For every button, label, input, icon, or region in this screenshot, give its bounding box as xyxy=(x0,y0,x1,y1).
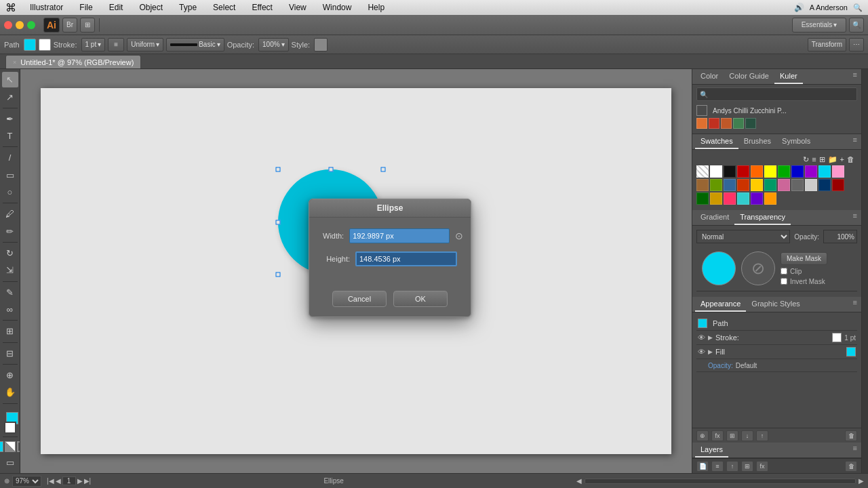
tab-swatches[interactable]: Swatches xyxy=(695,134,738,149)
kuler-swatch-1[interactable] xyxy=(696,118,707,129)
swatch-maroon[interactable] xyxy=(832,179,844,191)
stroke-color-indicator[interactable] xyxy=(832,333,842,342)
transform-button[interactable]: Transform xyxy=(808,38,846,52)
stroke-color-swatch[interactable] xyxy=(39,39,51,51)
fill-visibility-icon[interactable]: 👁 xyxy=(698,348,705,356)
swatch-green[interactable] xyxy=(778,165,790,178)
search-button[interactable]: 🔍 xyxy=(849,18,864,33)
quick-actions[interactable]: ▭ xyxy=(2,455,18,470)
swatch-blue[interactable] xyxy=(791,165,804,178)
new-swatch-folder-icon[interactable]: 📁 xyxy=(828,155,837,164)
direct-selection-tool[interactable]: ↗ xyxy=(2,89,18,104)
handle-top-right[interactable] xyxy=(381,167,386,172)
move-down-button[interactable]: ↓ xyxy=(741,430,753,441)
swatch-turquoise[interactable] xyxy=(737,192,749,205)
type-tool[interactable]: T xyxy=(2,128,18,144)
kuler-swatch-5[interactable] xyxy=(745,118,756,129)
scroll-right-button[interactable]: ▶ xyxy=(859,477,864,485)
swatch-orange[interactable] xyxy=(751,165,763,178)
new-layer-button[interactable]: 📄 xyxy=(696,461,709,472)
swatch-amber2[interactable] xyxy=(764,192,776,205)
blending-mode-select[interactable]: Normal xyxy=(696,230,790,243)
tab-transparency[interactable]: Transparency xyxy=(734,210,791,225)
handle-top-middle[interactable] xyxy=(328,167,333,172)
pencil-tool[interactable]: ✏ xyxy=(2,224,18,239)
horizontal-scrollbar[interactable] xyxy=(585,479,856,484)
delete-swatch-icon[interactable]: 🗑 xyxy=(847,155,854,164)
handle-middle-left[interactable] xyxy=(276,220,281,224)
artboard-tool[interactable]: ⊟ xyxy=(2,346,18,361)
new-swatch-icon[interactable]: + xyxy=(840,155,844,164)
selection-tool[interactable]: ↖ xyxy=(2,72,18,87)
refresh-swatches-icon[interactable]: ↻ xyxy=(803,155,809,164)
tab-appearance[interactable]: Appearance xyxy=(695,297,746,312)
ellipse-tool[interactable]: ○ xyxy=(2,184,18,200)
menu-help[interactable]: Help xyxy=(365,3,387,12)
swatch-light-gray[interactable] xyxy=(805,179,817,191)
move-to-layer-button[interactable]: ↑ xyxy=(726,461,738,472)
swatch-lime[interactable] xyxy=(710,179,722,191)
gradient-icon[interactable] xyxy=(5,441,16,452)
canvas-vertical-scrollbar[interactable] xyxy=(861,69,868,473)
menu-effect[interactable]: Effect xyxy=(249,3,275,12)
tab-layers[interactable]: Layers xyxy=(695,443,728,458)
menu-window[interactable]: Window xyxy=(320,3,355,12)
add-effect-button[interactable]: fx xyxy=(711,430,724,441)
swatch-hot-pink[interactable] xyxy=(724,192,736,205)
duplicate-item-button[interactable]: ⊞ xyxy=(726,430,738,441)
zoom-tool[interactable]: ⊕ xyxy=(2,367,18,383)
new-art-basic-button[interactable]: ⊕ xyxy=(696,430,709,441)
width-input[interactable] xyxy=(349,228,450,243)
tab-color-guide[interactable]: Color Guide xyxy=(724,69,774,84)
fill-expand-icon[interactable]: ▶ xyxy=(708,348,713,355)
layers-options-icon[interactable]: ≡ xyxy=(852,443,859,458)
tab-brushes[interactable]: Brushes xyxy=(738,134,776,149)
swatch-black[interactable] xyxy=(724,165,736,178)
handle-bottom-left[interactable] xyxy=(276,272,281,277)
menu-object[interactable]: Object xyxy=(136,3,165,12)
scale-tool[interactable]: ⇲ xyxy=(2,262,18,278)
page-number-input[interactable] xyxy=(62,476,76,485)
tab-close-icon[interactable]: × xyxy=(13,59,16,66)
line-tool[interactable]: / xyxy=(2,150,18,165)
clip-checkbox[interactable] xyxy=(781,268,787,274)
hand-tool[interactable]: ✋ xyxy=(2,384,18,400)
color-mode-fill[interactable] xyxy=(0,441,3,452)
fill-color-indicator[interactable] xyxy=(846,347,856,357)
ok-button[interactable]: OK xyxy=(393,291,448,307)
opacity-field[interactable] xyxy=(823,230,857,243)
delete-layer-button[interactable]: 🗑 xyxy=(845,461,857,472)
bridge-button[interactable]: Br xyxy=(62,18,77,33)
list-view-icon[interactable]: ≡ xyxy=(812,155,816,164)
zoom-select[interactable]: 97% xyxy=(12,476,41,487)
transparency-options-icon[interactable]: ≡ xyxy=(852,210,859,225)
minimize-window-button[interactable] xyxy=(16,21,24,29)
graph-tool[interactable]: ⊞ xyxy=(2,323,18,339)
swatch-cyan[interactable] xyxy=(818,165,831,178)
swatch-dark-green[interactable] xyxy=(696,192,709,205)
kuler-swatch-3[interactable] xyxy=(721,118,732,129)
swatch-yellow[interactable] xyxy=(764,165,776,178)
swatch-amber[interactable] xyxy=(710,192,722,205)
variable-width-button[interactable]: ≡ xyxy=(108,38,124,52)
fill-color-swatch[interactable] xyxy=(24,39,36,51)
swatch-brown[interactable] xyxy=(696,179,709,191)
rectangle-tool[interactable]: ▭ xyxy=(2,167,18,183)
panel-options-icon[interactable]: ≡ xyxy=(852,69,859,84)
rotate-tool[interactable]: ↻ xyxy=(2,245,18,261)
height-input[interactable] xyxy=(355,251,457,266)
eyedropper-tool[interactable]: ✎ xyxy=(2,285,18,300)
swatch-navy[interactable] xyxy=(818,179,831,191)
swatch-mauve[interactable] xyxy=(778,179,790,191)
menu-type[interactable]: Type xyxy=(176,3,199,12)
swatch-none[interactable] xyxy=(696,165,709,178)
blend-tool[interactable]: ∞ xyxy=(2,302,18,317)
stroke-swatch[interactable] xyxy=(4,422,16,434)
scroll-left-button[interactable]: ◀ xyxy=(576,477,582,485)
maximize-window-button[interactable] xyxy=(27,21,35,29)
extra-options-button[interactable]: ⋯ xyxy=(849,38,864,52)
ellipse-dialog[interactable]: Ellipse Width: ⊙ Height: xyxy=(309,199,471,317)
cancel-button[interactable]: Cancel xyxy=(332,291,387,307)
swatch-violet[interactable] xyxy=(751,192,763,205)
arrange-documents-button[interactable]: ⊞ xyxy=(80,18,95,33)
